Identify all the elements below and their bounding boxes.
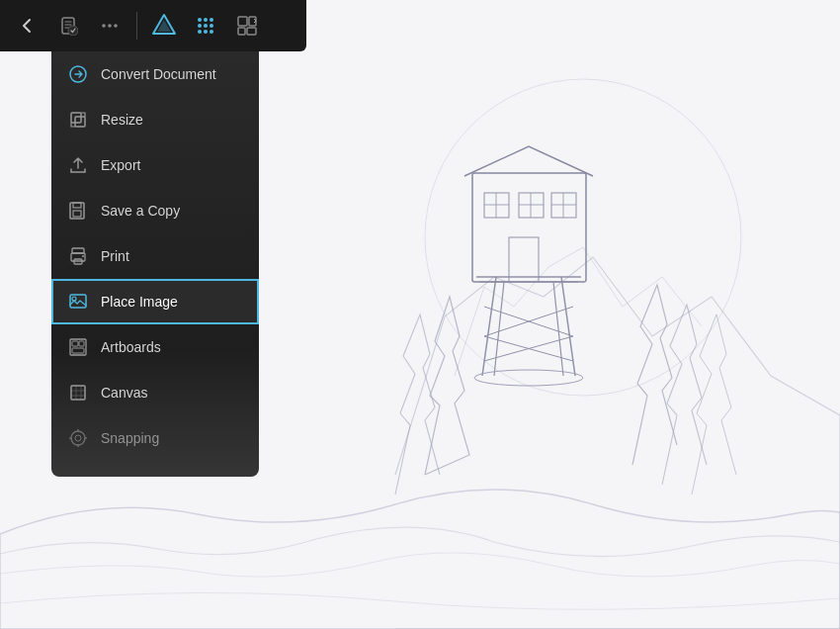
toolbar [0,0,306,51]
toolbar-divider [136,12,137,40]
document-button[interactable] [49,7,87,45]
back-button[interactable] [8,7,45,45]
svg-point-34 [198,24,202,28]
layout-button[interactable] [228,7,266,45]
menu-item-print[interactable]: Print [51,233,259,279]
place-image-label: Place Image [101,294,178,310]
svg-point-37 [198,30,202,34]
svg-point-26 [102,24,106,28]
svg-rect-60 [71,386,85,400]
svg-rect-45 [71,113,81,123]
menu-item-artboards[interactable]: Artboards [51,324,259,370]
print-label: Print [101,248,129,264]
svg-point-55 [72,297,76,301]
menu-item-canvas[interactable]: Canvas [51,370,259,415]
convert-document-icon [67,63,89,85]
artboards-icon [67,336,89,358]
svg-rect-59 [72,348,84,353]
save-copy-icon [67,200,89,222]
canvas-label: Canvas [101,385,147,401]
menu-item-resize[interactable]: Resize [51,97,259,142]
more-icon [100,16,120,36]
document-icon [58,16,78,36]
save-copy-label: Save a Copy [101,203,180,219]
layout-icon [236,15,258,37]
snapping-label: Snapping [101,430,159,446]
svg-point-31 [198,18,202,22]
svg-rect-43 [247,28,256,35]
svg-point-27 [108,24,112,28]
svg-point-53 [82,255,84,257]
resize-icon [67,109,89,131]
more-button[interactable] [91,7,128,45]
svg-point-38 [204,30,208,34]
resize-label: Resize [101,112,143,128]
svg-point-33 [210,18,213,22]
svg-rect-57 [72,341,78,346]
affinity-button[interactable] [145,7,183,45]
menu-item-save-copy[interactable]: Save a Copy [51,188,259,233]
svg-rect-42 [238,28,245,35]
artboards-label: Artboards [101,339,161,355]
grid-button[interactable] [187,7,224,45]
canvas-icon [67,382,89,404]
svg-point-62 [75,435,81,441]
svg-rect-40 [238,17,247,26]
svg-point-36 [210,24,213,28]
svg-rect-58 [79,341,84,346]
svg-point-39 [210,30,213,34]
menu-item-snapping[interactable]: Snapping [51,415,259,461]
svg-rect-54 [70,295,86,308]
convert-document-label: Convert Document [101,66,216,82]
svg-rect-46 [75,117,85,127]
menu-item-place-image[interactable]: Place Image [51,279,259,324]
svg-point-61 [71,431,85,445]
svg-point-28 [114,24,118,28]
export-icon [67,154,89,176]
export-label: Export [101,157,140,173]
print-icon [67,245,89,267]
svg-rect-50 [72,248,84,253]
affinity-icon [151,13,177,39]
svg-rect-51 [71,253,85,261]
svg-point-35 [204,24,208,28]
back-icon [17,16,37,36]
svg-point-32 [204,18,208,22]
grid-icon [195,15,216,37]
menu-item-export[interactable]: Export [51,142,259,188]
snapping-icon [67,427,89,449]
dropdown-menu: Convert Document Resize Export [51,51,259,477]
place-image-icon [67,291,89,313]
svg-rect-49 [73,211,81,217]
menu-item-convert-document[interactable]: Convert Document [51,51,259,97]
